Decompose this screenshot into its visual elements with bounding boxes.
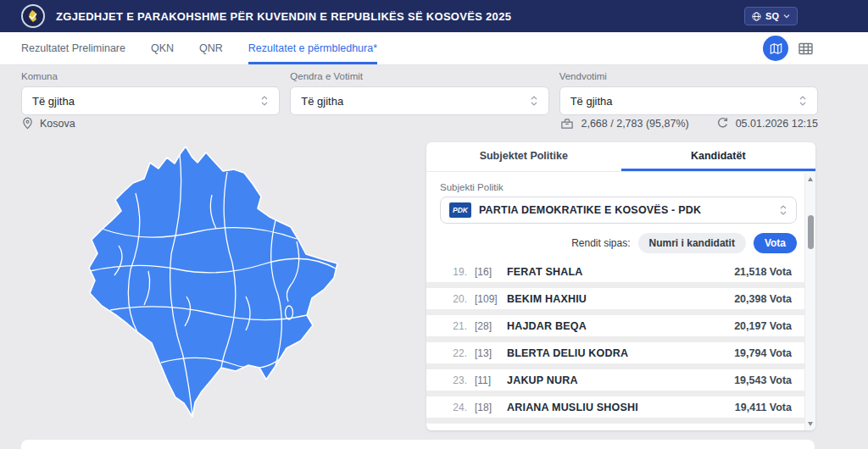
candidate-votes: 18,669 Vota [734, 429, 792, 431]
filter-qendra-value: Të gjitha [301, 95, 343, 108]
select-spinner-icon [260, 95, 269, 107]
filter-vendvotimi: Vendvotimi Të gjitha [559, 71, 818, 115]
candidate-row: 23. [11] JAKUP NURA 19,543 Vota [440, 369, 797, 391]
kqz-logo [21, 4, 45, 28]
pdk-party-logo: PDK [449, 202, 471, 218]
last-updated: 05.01.2026 12:15 [736, 118, 818, 130]
filter-komuna-label: Komuna [21, 71, 280, 81]
tab-rezultatet-preliminare[interactable]: Rezultatet Preliminare [21, 32, 125, 64]
map-container [85, 144, 348, 428]
page-title: ZGJEDHJET E PARAKOHSHME PËR KUVENDIN E R… [56, 10, 511, 23]
candidate-votes: 20,398 Vota [734, 293, 792, 305]
candidate-row: 21. [28] HAJDAR BEQA 20,197 Vota [440, 315, 797, 336]
translate-icon [752, 12, 761, 21]
status-row: Kosova 2,668 / 2,783 (95,87%) 05.01.2026… [21, 117, 818, 130]
ballot-box-icon [560, 117, 574, 130]
subject-politik-value: PARTIA DEMOKRATIKE E KOSOVËS - PDK [479, 204, 701, 216]
candidate-rank: 20. [447, 293, 467, 305]
location-pin-icon [21, 117, 34, 130]
tab-subjektet-politike[interactable]: Subjektet Politike [426, 142, 621, 171]
candidate-number: [28] [475, 320, 507, 332]
kosovo-map[interactable] [85, 144, 348, 428]
select-spinner-icon [798, 95, 807, 107]
panel-scrollbar[interactable] [804, 173, 815, 430]
app-header: ZGJEDHJET E PARAKOHSHME PËR KUVENDIN E R… [0, 0, 868, 32]
candidate-rank: 23. [447, 374, 467, 386]
candidate-votes: 19,794 Vota [734, 347, 792, 359]
select-spinner-icon [530, 95, 538, 107]
map-view-button[interactable] [763, 36, 788, 61]
sort-row: Rendit sipas: Numri i kandidatit Vota [440, 233, 797, 253]
counted-stations: 2,668 / 2,783 (95,87%) [581, 118, 688, 130]
candidate-list: 19. [16] FERAT SHALA 21,518 Vota 20. [10… [440, 261, 797, 430]
candidate-rank: 24. [447, 402, 467, 413]
sort-by-votes-button[interactable]: Vota [754, 233, 797, 253]
candidate-number: [18] [475, 402, 507, 413]
results-panel: Subjektet Politike Kandidatët Subjekti P… [426, 142, 815, 430]
candidate-number: [16] [475, 266, 507, 278]
kosovo-emblem-icon [26, 9, 40, 23]
candidate-name: HAJDAR BEQA [507, 320, 587, 332]
candidate-row: 24. [18] ARIANA MUSLIU SHOSHI 19,411 Vot… [440, 396, 797, 418]
candidate-name: ALTIN KRASNIQI [507, 429, 594, 431]
candidate-row: 20. [109] BEKIM HAXHIU 20,398 Vota [440, 288, 797, 309]
main-tabbar: Rezultatet Preliminare QKN QNR Rezultate… [0, 32, 868, 65]
sort-by-candidate-number-button[interactable]: Numri i kandidatit [638, 233, 746, 253]
tab-rezultatet-e-permbledhura[interactable]: Rezultatet e përmbledhura* [248, 32, 377, 64]
panel-tabbar: Subjektet Politike Kandidatët [426, 142, 815, 172]
candidate-name: FERAT SHALA [507, 266, 582, 278]
candidate-name: BLERTA DELIU KODRA [507, 347, 628, 359]
tab-qkn[interactable]: QKN [151, 32, 174, 64]
filter-komuna: Komuna Të gjitha [21, 71, 280, 115]
table-view-button[interactable] [798, 42, 813, 55]
filter-qendra: Qendra e Votimit Të gjitha [290, 71, 548, 115]
map-icon [770, 42, 782, 55]
tab-qnr[interactable]: QNR [199, 32, 223, 64]
region-label: Kosova [40, 118, 75, 130]
filter-qendra-select[interactable]: Të gjitha [290, 86, 548, 115]
filter-komuna-select[interactable]: Të gjitha [21, 86, 280, 115]
scroll-up-arrow-icon[interactable] [808, 177, 813, 181]
candidate-rank: 21. [447, 320, 467, 332]
candidate-votes: 19,411 Vota [735, 402, 792, 413]
scroll-down-arrow-icon[interactable] [808, 422, 813, 426]
candidate-votes: 19,543 Vota [734, 374, 792, 386]
candidate-name: BEKIM HAXHIU [507, 293, 587, 305]
filter-komuna-value: Të gjitha [32, 95, 75, 108]
filter-vendvotimi-select[interactable]: Të gjitha [559, 86, 818, 115]
filter-qendra-label: Qendra e Votimit [290, 71, 548, 81]
candidate-number: [11] [475, 374, 507, 386]
filter-vendvotimi-value: Të gjitha [570, 95, 613, 108]
candidate-rank: 25. [447, 429, 467, 431]
chevron-down-icon [783, 14, 790, 19]
tab-kandidatet[interactable]: Kandidatët [621, 142, 816, 171]
subject-politik-label: Subjekti Politik [440, 182, 797, 192]
candidate-number: [20] [475, 429, 507, 431]
candidate-name: JAKUP NURA [507, 374, 578, 386]
next-section-card [21, 440, 815, 449]
refresh-icon [716, 117, 729, 130]
panel-body: Subjekti Politik PDK PARTIA DEMOKRATIKE … [426, 173, 804, 430]
candidate-rank: 22. [447, 347, 467, 359]
candidate-rank: 19. [447, 266, 467, 278]
language-selector[interactable]: SQ [744, 7, 798, 25]
language-code: SQ [765, 11, 779, 21]
sort-label: Rendit sipas: [571, 237, 630, 249]
scrollbar-thumb[interactable] [808, 215, 814, 249]
candidate-votes: 21,518 Vota [734, 266, 792, 278]
table-icon [798, 42, 813, 55]
filters-row: Komuna Të gjitha Qendra e Votimit Të gji… [21, 71, 818, 115]
candidate-row: 19. [16] FERAT SHALA 21,518 Vota [440, 261, 797, 282]
candidate-row: 22. [13] BLERTA DELIU KODRA 19,794 Vota [440, 342, 797, 363]
candidate-votes: 20,197 Vota [734, 320, 792, 332]
select-spinner-icon [779, 204, 787, 216]
subject-politik-select[interactable]: PDK PARTIA DEMOKRATIKE E KOSOVËS - PDK [440, 197, 797, 224]
candidate-row: 25. [20] ALTIN KRASNIQI 18,669 Vota [440, 424, 797, 430]
candidate-number: [109] [475, 293, 507, 305]
candidate-name: ARIANA MUSLIU SHOSHI [507, 402, 638, 413]
filter-vendvotimi-label: Vendvotimi [559, 71, 818, 81]
view-toggles [763, 32, 813, 64]
candidate-number: [13] [475, 347, 507, 359]
